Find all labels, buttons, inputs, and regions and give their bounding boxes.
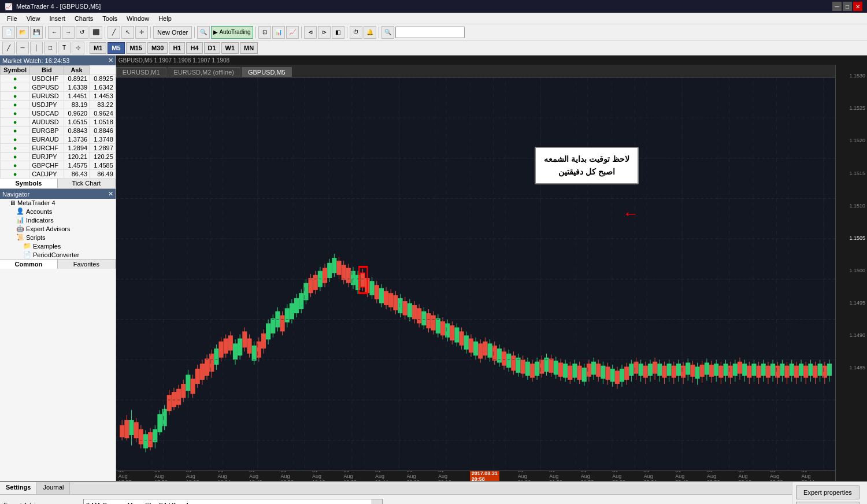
separator4 [194, 27, 195, 38]
market-watch-body: ●USDCHF0.89210.8925●GBPUSD1.63391.6342●E… [1, 75, 116, 179]
new-chart-button[interactable]: 📄 [2, 26, 15, 39]
ea-dropdown-btn[interactable]: ▼ [372, 499, 383, 504]
chart-tab-eurusd-m2[interactable]: EURUSD,M2 (offline) [168, 67, 240, 77]
market-watch-row[interactable]: ●EURJPY120.21120.25 [1, 153, 116, 161]
nav-scripts[interactable]: 📜 Scripts [0, 233, 116, 242]
tf-w1[interactable]: W1 [221, 42, 239, 54]
market-watch-row[interactable]: ●USDCHF0.89210.8925 [1, 75, 116, 83]
market-watch-row[interactable]: ●AUDUSD1.05151.0518 [1, 118, 116, 127]
market-watch-row[interactable]: ●GBPCHF1.45751.4585 [1, 161, 116, 170]
tf-mn[interactable]: MN [240, 42, 258, 54]
svg-rect-290 [799, 364, 803, 376]
ea-input[interactable] [83, 499, 372, 504]
chart-canvas[interactable]: لاحظ توقيت بداية الشمعه اصبح كل دفيقتين … [116, 77, 835, 470]
tf-m5[interactable]: M5 [108, 42, 124, 54]
market-watch-row[interactable]: ●CADJPY86.4386.49 [1, 170, 116, 179]
svg-rect-76 [294, 298, 299, 313]
mw-close-btn[interactable]: ✕ [108, 57, 113, 64]
menu-help[interactable]: Help [154, 14, 176, 23]
indicators-button[interactable]: 📈 [286, 26, 299, 39]
save-button[interactable]: 💾 [30, 26, 43, 39]
refresh-button[interactable]: ↺ [76, 26, 88, 39]
chart-shift-button[interactable]: ◧ [332, 26, 344, 39]
search-input[interactable] [395, 27, 465, 38]
expert-properties-btn[interactable]: Expert properties [796, 486, 859, 499]
svg-rect-224 [643, 366, 648, 378]
nav-metatrader4[interactable]: 🖥 MetaTrader 4 [0, 199, 116, 207]
tf-m30[interactable]: M30 [147, 42, 168, 54]
back-button[interactable]: ← [48, 26, 61, 39]
mw-tab-tick[interactable]: Tick Chart [58, 179, 116, 188]
nav-tab-favorites[interactable]: Favorites [58, 260, 116, 269]
scroll-left-button[interactable]: ⊲ [304, 26, 317, 39]
svg-rect-244 [690, 365, 695, 377]
draw-rect-button[interactable]: □ [44, 42, 57, 54]
draw-line-button[interactable]: ╱ [2, 42, 15, 54]
draw-text-button[interactable]: T [58, 42, 71, 54]
nav-period-converter[interactable]: 📄 PeriodConverter [0, 250, 116, 259]
period-sep-button[interactable]: ⏱ [350, 26, 362, 39]
close-button[interactable]: ✕ [853, 2, 862, 11]
draw-vline-button[interactable]: │ [30, 42, 43, 54]
bar-chart-button[interactable]: 📊 [272, 26, 285, 39]
chart-tab-eurusd-m1[interactable]: EURUSD,M1 [116, 67, 166, 77]
cursor-button[interactable]: ↖ [121, 26, 134, 39]
nav-accounts[interactable]: 👤 Accounts [0, 207, 116, 216]
nav-close-btn[interactable]: ✕ [108, 190, 113, 198]
tf-d1[interactable]: D1 [204, 42, 220, 54]
maximize-button[interactable]: □ [843, 2, 852, 11]
mw-symbol: EURGBP [30, 127, 64, 135]
market-watch-row[interactable]: ●EURGBP0.88430.8846 [1, 127, 116, 135]
svg-rect-164 [502, 351, 506, 365]
nav-examples[interactable]: 📁 Examples [0, 242, 116, 250]
svg-rect-44 [218, 342, 223, 358]
svg-rect-214 [620, 369, 624, 382]
nav-tab-common[interactable]: Common [0, 260, 58, 269]
stop-button[interactable]: ⬛ [90, 26, 102, 39]
market-watch-row[interactable]: ●EURAUD1.37361.3748 [1, 135, 116, 144]
time-label-2: 31 Aug 17:52 [154, 470, 168, 481]
menu-view[interactable]: View [22, 14, 45, 23]
market-watch-row[interactable]: ●EURCHF1.28941.2897 [1, 144, 116, 153]
symbol-properties-btn[interactable]: Symbol properties [796, 502, 859, 504]
forward-button[interactable]: → [62, 26, 75, 39]
alert-button[interactable]: 🔔 [364, 26, 376, 39]
open-button[interactable]: 📂 [16, 26, 29, 39]
tf-m15[interactable]: M15 [126, 42, 146, 54]
menu-charts[interactable]: Charts [70, 14, 98, 23]
tab-journal[interactable]: Journal [37, 482, 70, 494]
minimize-button[interactable]: ─ [832, 2, 842, 11]
svg-rect-228 [653, 362, 657, 374]
menu-window[interactable]: Window [122, 14, 154, 23]
nav-indicators[interactable]: 📊 Indicators [0, 216, 116, 224]
new-order-button[interactable]: New Order [153, 26, 192, 39]
market-watch-row[interactable]: ●GBPUSD1.63391.6342 [1, 83, 116, 92]
draw-hline-button[interactable]: ─ [16, 42, 29, 54]
menu-file[interactable]: File [2, 14, 22, 23]
line-button[interactable]: ╱ [108, 26, 120, 39]
time-axis: 31 Aug 17:27 31 Aug 17:52 31 Aug 18:08 3… [116, 470, 835, 481]
tf-m1[interactable]: M1 [90, 42, 106, 54]
nav-expert-advisors[interactable]: 🤖 Expert Advisors [0, 224, 116, 233]
tf-h1[interactable]: H1 [169, 42, 185, 54]
scroll-right-button[interactable]: ⊳ [318, 26, 331, 39]
zoom-fit-button[interactable]: ⊡ [258, 26, 271, 39]
market-watch-row[interactable]: ●EURUSD1.44511.4453 [1, 92, 116, 101]
zoom-in-button[interactable]: 🔍 [197, 26, 210, 39]
search-button[interactable]: 🔍 [381, 26, 394, 39]
svg-rect-234 [666, 364, 671, 376]
svg-rect-250 [705, 362, 709, 375]
mw-ask: 1.6342 [90, 83, 116, 92]
market-watch-row[interactable]: ●USDJPY83.1983.22 [1, 101, 116, 109]
tab-settings[interactable]: Settings [0, 482, 37, 494]
mw-tab-symbols[interactable]: Symbols [0, 179, 58, 188]
bottom-layout: Settings Journal Expert Advisor: ▼ [0, 482, 867, 504]
menu-insert[interactable]: Insert [45, 14, 70, 23]
autotrading-button[interactable]: ▶ AutoTrading [211, 26, 253, 39]
chart-tab-gbpusd-m5[interactable]: GBPUSD,M5 [242, 67, 292, 77]
draw-fib-button[interactable]: ⊹ [72, 42, 84, 54]
menu-tools[interactable]: Tools [98, 14, 122, 23]
tf-h4[interactable]: H4 [186, 42, 202, 54]
market-watch-row[interactable]: ●USDCAD0.96200.9624 [1, 109, 116, 118]
crosshair-button[interactable]: ✛ [135, 26, 148, 39]
